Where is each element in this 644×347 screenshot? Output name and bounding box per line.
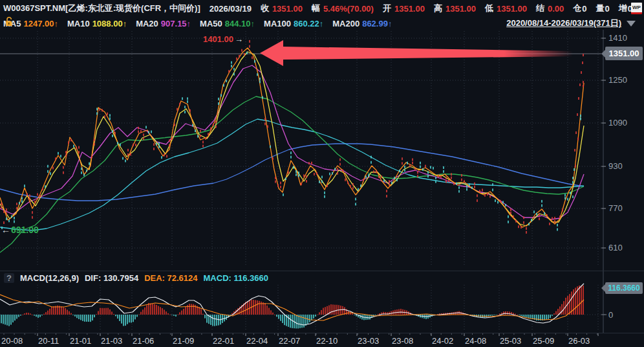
field-label: 量	[596, 3, 604, 14]
field-value: 1351.00	[497, 4, 527, 14]
price-dots	[1, 40, 584, 234]
x-axis-tick-label: 21-03	[101, 336, 122, 346]
left-arrow-icon: ←	[1, 225, 10, 235]
macd-readout: MACD: 116.3660	[204, 273, 268, 283]
x-axis-tick-label: 21-01	[70, 336, 91, 346]
y-axis-tick-label: 610	[608, 243, 623, 252]
badge-notch	[601, 50, 605, 58]
date-range-selector[interactable]: 2020/08/14-2026/03/19(371日)	[506, 17, 621, 29]
y-axis-tick-label: 1410	[608, 33, 627, 43]
x-axis-tick-label: 23-08	[392, 336, 413, 346]
ma-value: 860.22↑	[294, 19, 323, 28]
x-axis-tick-label: 22-01	[213, 336, 234, 346]
xaxis-divider	[0, 333, 644, 333]
right-arrow-icon: →	[235, 34, 243, 44]
y-axis-tick-label: 770	[608, 203, 623, 213]
field-value: 5.46%(70.00)	[323, 4, 374, 14]
ma-label: MA200	[332, 19, 360, 28]
quote-field: 低1351.00	[485, 3, 527, 14]
macd-value: 116.3660	[233, 273, 268, 283]
last-price-badge: 1351.00	[605, 47, 643, 60]
dif-label: DIF:	[85, 273, 101, 283]
panel-divider	[0, 271, 644, 271]
ma-bar: MA51247.00↑MA101088.00↑MA20907.15↑MA5084…	[3, 17, 641, 30]
x-axis-tick-label: 23-03	[358, 336, 379, 346]
x-axis-tick-label: 20-11	[38, 336, 59, 346]
dif-value: 130.7954	[103, 273, 138, 283]
x-axis-tick-label: 24-08	[465, 336, 486, 346]
macd-histogram	[1, 285, 584, 328]
low-price-annotation: ←691.00	[1, 225, 39, 235]
macd-header: ? MACD(12,26,9) DIF: 130.7954 DEA: 72.61…	[4, 272, 268, 284]
x-axis-tick-label: 22-04	[246, 336, 268, 346]
dea-value: 72.6124	[167, 273, 198, 283]
dea-label: DEA:	[144, 273, 165, 283]
ma-values: MA51247.00↑MA101088.00↑MA20907.15↑MA5084…	[3, 19, 401, 28]
x-axis-tick-label: 21-09	[173, 336, 194, 346]
peak-price-annotation: 1401.00→	[203, 34, 243, 44]
chevron-down-icon[interactable]	[627, 21, 636, 27]
ma-label: MA100	[264, 19, 291, 28]
x-axis-tick-label: 21-06	[133, 336, 154, 346]
quote-field: 仓0	[573, 3, 586, 14]
stock-chart-app: W00367SPT.NM[乙烯:东北亚:现货价(CFR，中间价)] 2026/0…	[0, 0, 644, 347]
macd-label: MACD:	[204, 273, 231, 283]
ma-value: 1247.00↑	[23, 19, 58, 28]
ma200-line	[0, 144, 584, 201]
last-price-value: 1351.00	[609, 49, 639, 58]
field-label: 仓	[573, 3, 581, 14]
field-label: 收	[261, 3, 269, 14]
field-value: 1351.00	[272, 4, 303, 14]
field-label: 开	[383, 3, 391, 14]
chart-canvas[interactable]	[0, 0, 644, 347]
ma-value: 844.10↑	[225, 19, 255, 28]
ma-item-ma20: MA20907.15↑	[136, 19, 191, 28]
ma-item-ma200: MA200862.99↑	[332, 19, 392, 28]
ma-item-ma10: MA101088.00↑	[67, 19, 127, 28]
annotation-arrow	[260, 40, 573, 66]
field-value: 1351.00	[394, 4, 425, 14]
symbol-title: W00367SPT.NM[乙烯:东北亚:现货价(CFR，中间价)]	[3, 3, 200, 14]
y-axis-tick-label: 1090	[608, 118, 627, 128]
macd-badge-value: 116.3660	[608, 284, 639, 293]
wp-logo-text: WP	[632, 5, 641, 10]
quote-bar: W00367SPT.NM[乙烯:东北亚:现货价(CFR，中间价)] 2026/0…	[3, 2, 632, 15]
lock-icon[interactable]	[5, 17, 14, 27]
field-label: 幅	[312, 3, 320, 14]
badge-notch	[601, 284, 605, 292]
field-label: 低	[485, 3, 493, 14]
quote-field: 幅5.46%(70.00)	[312, 3, 374, 14]
quote-field: 收1351.00	[261, 3, 303, 14]
quote-fields: 收1351.00幅5.46%(70.00)开1351.00高1351.00低13…	[261, 3, 632, 14]
x-axis-tick-label: 22-10	[316, 336, 338, 346]
wp-logo-icon: WP	[631, 3, 642, 14]
ma20-line	[0, 65, 584, 219]
quote-field: 量0	[596, 3, 609, 14]
ma-item-ma50: MA50844.10↑	[200, 19, 255, 28]
low-price-label: 691.00	[11, 225, 39, 235]
quote-date: 2026/03/19	[209, 4, 252, 14]
ma50-line	[0, 96, 584, 252]
y-axis-tick-label: 930	[608, 161, 623, 171]
quote-field: 开1351.00	[383, 3, 425, 14]
ma10-line	[0, 52, 584, 226]
quote-field: 增0	[619, 3, 632, 14]
quote-field: 结0.00	[536, 3, 564, 14]
x-axis-tick-label: 25-03	[500, 336, 521, 346]
x-axis-tick-label: 22-07	[279, 336, 300, 346]
ma-value: 1088.00↑	[92, 19, 127, 28]
macd-title: MACD(12,26,9)	[20, 273, 79, 283]
field-value: 0	[605, 4, 609, 14]
field-label: 结	[536, 3, 544, 14]
ma-label: MA10	[67, 19, 90, 28]
macd-value-badge: 116.3660	[605, 282, 643, 294]
field-value: 0.00	[548, 4, 564, 14]
field-label: 高	[434, 3, 442, 14]
dif-readout: DIF: 130.7954	[85, 273, 138, 283]
macd-zero-label: 0	[608, 310, 613, 320]
dea-readout: DEA: 72.6124	[144, 273, 197, 283]
help-icon[interactable]: ?	[4, 273, 14, 283]
quote-field: 高1351.00	[434, 3, 476, 14]
field-label: 增	[619, 3, 627, 14]
y-axis-tick-label: 1250	[608, 75, 627, 85]
